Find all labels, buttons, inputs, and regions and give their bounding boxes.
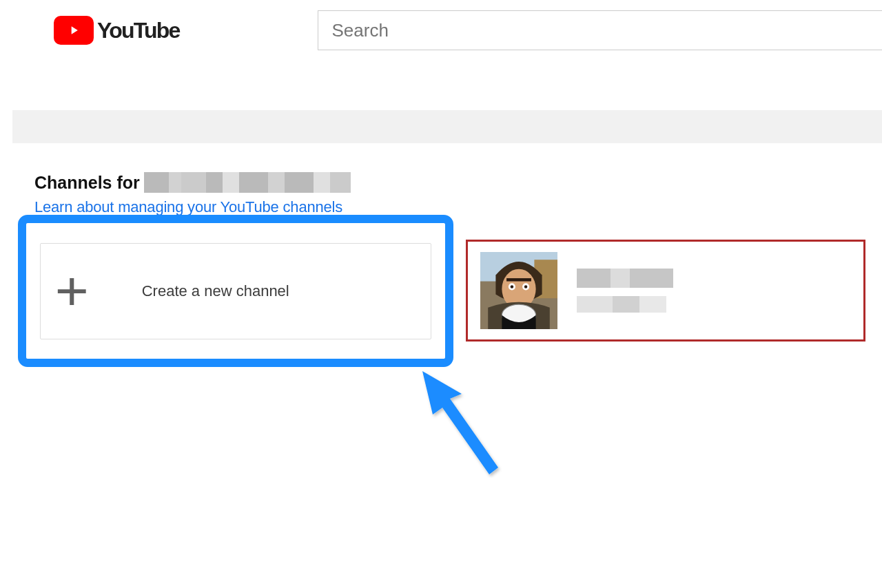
header: YouTube (0, 0, 882, 61)
plus-icon: + (55, 264, 89, 319)
learn-more-link[interactable]: Learn about managing your YouTube channe… (34, 198, 342, 216)
svg-rect-8 (506, 278, 531, 281)
annotation-arrow-icon (412, 361, 515, 478)
separator-band (12, 110, 882, 143)
youtube-wordmark: YouTube (97, 18, 180, 43)
svg-point-6 (511, 285, 513, 288)
youtube-play-icon (54, 16, 94, 45)
heading-prefix: Channels for (34, 173, 140, 193)
annotation-highlight-red (466, 240, 865, 342)
create-channel-card[interactable]: + Create a new channel (40, 243, 431, 339)
channel-avatar[interactable] (480, 252, 557, 329)
annotation-highlight-blue: + Create a new channel (18, 215, 453, 367)
channel-info (577, 269, 673, 313)
content-panel: Channels for Learn about managing your Y… (12, 143, 882, 573)
svg-point-7 (524, 285, 527, 288)
search-input[interactable] (318, 10, 882, 50)
page-heading: Channels for (34, 172, 351, 193)
channel-meta-redacted (577, 296, 666, 313)
youtube-logo[interactable]: YouTube (54, 16, 180, 45)
create-channel-label: Create a new channel (142, 282, 289, 300)
account-email-redacted (144, 172, 351, 193)
channel-name-redacted (577, 269, 673, 288)
